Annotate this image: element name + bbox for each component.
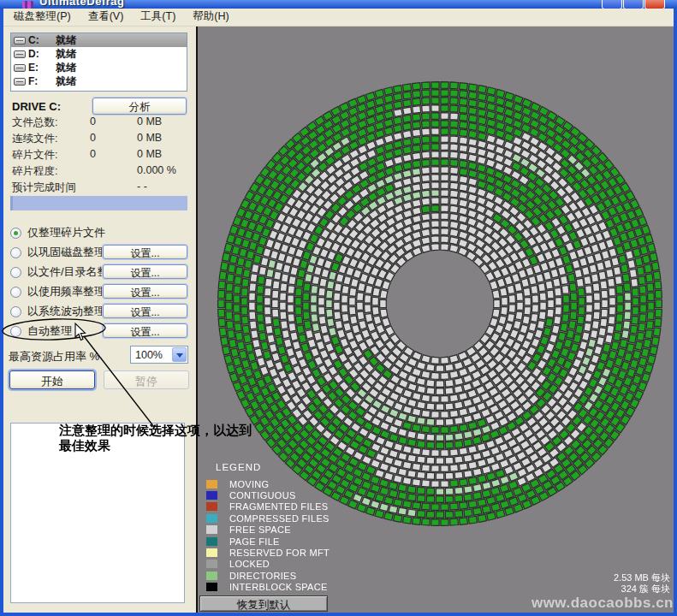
legend-swatch	[206, 514, 217, 523]
start-button[interactable]: 开始	[9, 370, 95, 389]
stat-estimated-time: 预计完成时间 - -	[12, 181, 192, 197]
stat-fragmentation-level: 碎片程度: 0.000 %	[12, 164, 192, 181]
menu-tools[interactable]: 工具(T)	[134, 8, 186, 27]
legend-item-locked: LOCKED	[206, 559, 330, 570]
app-window: UltimateDefrag 磁盘整理(P) 查看(V) 工具(T) 帮助(H)…	[0, 0, 677, 616]
drive-icon	[14, 50, 26, 58]
option-fragmented-only[interactable]: 仅整理碎片文件	[10, 224, 105, 241]
settings-button-usage[interactable]: 设置...	[103, 284, 187, 299]
resource-usage-select[interactable]: 100%	[130, 346, 188, 364]
legend: LEGEND MOVING CONTIGUOUS FRAGMENTED FILE…	[206, 462, 330, 593]
chevron-down-icon[interactable]	[172, 347, 187, 362]
legend-swatch	[206, 560, 217, 568]
legend-item-fragmented: FRAGMENTED FILES	[206, 501, 330, 512]
drive-letter: D:	[28, 48, 56, 60]
drive-status: 就绪	[56, 33, 76, 48]
option-label: 以系统波动整理	[27, 304, 105, 319]
drive-letter: C:	[28, 34, 56, 46]
legend-item-mft: RESERVED FOR MFT	[206, 547, 330, 558]
radio-icon[interactable]	[10, 326, 21, 337]
menu-bar: 磁盘整理(P) 查看(V) 工具(T) 帮助(H)	[3, 9, 674, 27]
minimize-button[interactable]	[602, 0, 622, 9]
legend-swatch	[206, 548, 217, 557]
radio-icon[interactable]	[10, 247, 21, 258]
selected-drive-label: DRIVE C:	[12, 100, 61, 113]
restore-defaults-button[interactable]: 恢复到默认	[199, 595, 328, 612]
radio-icon[interactable]	[10, 287, 21, 298]
legend-item-compressed: COMPRESSED FILES	[206, 512, 330, 524]
legend-item-page-file: PAGE FILE	[206, 536, 330, 547]
legend-swatch	[206, 480, 217, 489]
legend-title: LEGEND	[216, 462, 330, 472]
cluster-size-info: 324 簇 每块	[621, 583, 670, 595]
window-border	[674, 9, 677, 616]
legend-swatch	[206, 525, 217, 534]
maximize-button[interactable]	[623, 0, 644, 9]
window-border	[0, 9, 3, 616]
legend-swatch	[206, 502, 217, 511]
option-consolidate[interactable]: 以巩固磁盘整理	[10, 244, 105, 261]
legend-item-interblock: INTERBLOCK SPACE	[206, 582, 330, 593]
option-label: 以使用频率整理	[27, 284, 105, 299]
legend-swatch	[206, 491, 217, 500]
option-label: 自动整理	[27, 323, 72, 339]
menu-view[interactable]: 查看(V)	[81, 8, 134, 27]
drive-icon	[14, 78, 26, 86]
disk-view-panel: LEGEND MOVING CONTIGUOUS FRAGMENTED FILE…	[198, 27, 674, 613]
option-usage-frequency[interactable]: 以使用频率整理	[10, 283, 105, 300]
close-button[interactable]	[644, 0, 665, 9]
analyze-button[interactable]: 分析	[92, 98, 187, 115]
control-panel: C: 就绪 D: 就绪 E: 就绪 F: 就绪 DRIVE C: 分析 文件总数…	[3, 27, 196, 613]
stat-total-files: 文件总数: 0 0 MB	[12, 116, 192, 132]
resource-usage-value: 100%	[135, 349, 163, 361]
legend-item-contiguous: CONTIGUOUS	[206, 489, 330, 500]
menu-disk-defrag[interactable]: 磁盘整理(P)	[7, 8, 81, 27]
drive-icon	[14, 37, 26, 44]
drive-letter: F:	[28, 75, 56, 87]
radio-icon[interactable]	[10, 306, 21, 317]
radio-icon[interactable]	[10, 267, 21, 278]
drive-status: 就绪	[56, 47, 76, 62]
window-border	[0, 613, 677, 616]
legend-swatch	[206, 583, 217, 591]
drive-row-d[interactable]: D: 就绪	[11, 47, 187, 61]
drive-letter: E:	[28, 62, 56, 74]
resource-usage-label: 最高资源占用率 %	[9, 349, 99, 364]
drive-row-f[interactable]: F: 就绪	[11, 74, 187, 88]
settings-button-volatility[interactable]: 设置...	[103, 304, 187, 318]
legend-swatch	[206, 572, 217, 580]
drive-status: 就绪	[56, 61, 76, 75]
option-label: 仅整理碎片文件	[27, 225, 105, 240]
pause-button[interactable]: 暂停	[104, 370, 189, 389]
message-listbox[interactable]	[10, 423, 185, 603]
legend-item-free-space: FREE SPACE	[206, 524, 330, 536]
option-auto-defrag[interactable]: 自动整理	[10, 323, 72, 340]
drive-icon	[14, 64, 26, 72]
legend-item-directories: DIRECTORIES	[206, 570, 330, 581]
settings-button-filename[interactable]: 设置...	[103, 264, 187, 279]
option-label: 以巩固磁盘整理	[27, 245, 105, 260]
settings-button-auto[interactable]: 设置...	[103, 323, 187, 338]
watermark: www.daocaobbs.cn	[532, 595, 674, 612]
legend-swatch	[206, 537, 217, 546]
option-system-volatility[interactable]: 以系统波动整理	[10, 303, 105, 320]
stat-fragmented-files: 碎片文件: 0 0 MB	[12, 148, 192, 164]
stat-contiguous-files: 连续文件: 0 0 MB	[12, 132, 192, 148]
drive-row-c[interactable]: C: 就绪	[11, 33, 187, 47]
window-title: UltimateDefrag	[39, 0, 124, 8]
legend-item-moving: MOVING	[206, 478, 330, 489]
settings-button-consolidate[interactable]: 设置...	[103, 245, 187, 259]
menu-help[interactable]: 帮助(H)	[186, 8, 239, 27]
drive-list[interactable]: C: 就绪 D: 就绪 E: 就绪 F: 就绪	[10, 33, 187, 92]
drive-row-e[interactable]: E: 就绪	[11, 61, 187, 74]
radio-icon[interactable]	[10, 228, 21, 239]
progress-bar	[10, 196, 187, 210]
drive-status: 就绪	[56, 74, 76, 89]
